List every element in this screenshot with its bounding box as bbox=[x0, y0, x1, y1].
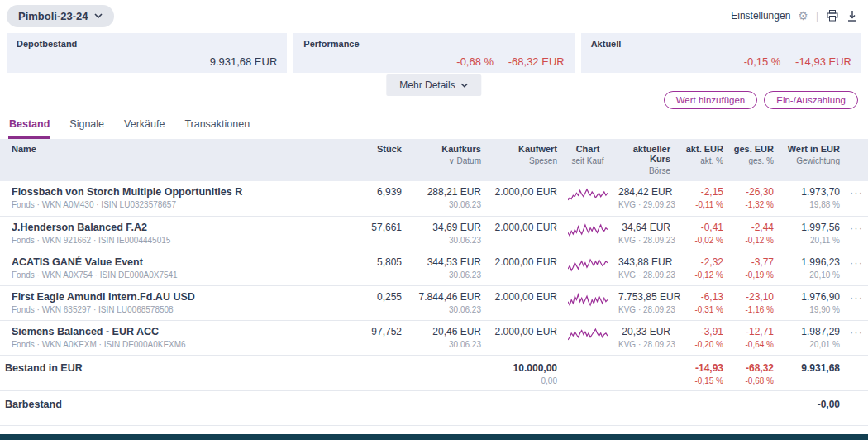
sparkline-chart[interactable] bbox=[568, 298, 608, 309]
top-bar: Pimboli-23-24 Einstellungen ⚙ | bbox=[0, 0, 868, 31]
print-icon[interactable] bbox=[826, 9, 839, 22]
col-header-kaufkurs[interactable]: Kaufkurs∨ Datum bbox=[407, 139, 486, 181]
total-akt-eur: -14,93 bbox=[695, 362, 723, 374]
ges-eur-value: -3,77 bbox=[733, 256, 774, 268]
positions-tbody: Flossbach von Storch Multiple Opportunit… bbox=[0, 181, 868, 355]
card-performance: Performance -0,68 % -68,32 EUR bbox=[293, 33, 574, 73]
stueck-value: 6,939 bbox=[352, 186, 402, 198]
kaufwert-value: 2.000,00 EUR bbox=[491, 291, 557, 303]
card-depotbestand: Depotbestand 9.931,68 EUR bbox=[7, 33, 287, 73]
row-menu-button[interactable]: ··· bbox=[850, 291, 863, 304]
row-menu-button[interactable]: ··· bbox=[850, 186, 863, 198]
position-name[interactable]: ACATIS GANÉ Value Event bbox=[12, 256, 342, 268]
aktuell-value: -14,93 EUR bbox=[795, 55, 851, 68]
performance-percent: -0,68 % bbox=[456, 55, 494, 68]
row-menu-button[interactable]: ··· bbox=[850, 256, 863, 269]
aktueller-kurs-value: 7.753,85 EUR bbox=[618, 291, 670, 303]
depot-selector-label: Pimboli-23-24 bbox=[18, 10, 88, 22]
kaufdatum: 30.06.23 bbox=[412, 305, 481, 314]
barbestand-label: Barbestand bbox=[0, 390, 347, 425]
ein-auszahlung-button[interactable]: Ein-/Auszahlung bbox=[764, 91, 858, 109]
stueck-value: 97,752 bbox=[352, 326, 402, 337]
akt-eur-value: -3,91 bbox=[680, 326, 723, 337]
row-menu-button[interactable]: ··· bbox=[850, 222, 863, 234]
bestand-total-row: Bestand in EUR 10.000,000,00 -14,93-0,15… bbox=[0, 355, 868, 390]
stueck-value: 0,255 bbox=[352, 291, 402, 303]
kaufdatum: 30.06.23 bbox=[412, 236, 481, 245]
mehr-details-button[interactable]: Mehr Details bbox=[386, 74, 481, 96]
kaufwert-value: 2.000,00 EUR bbox=[491, 256, 557, 268]
position-row: Siemens Balanced - EUR ACC Fonds · WKN A… bbox=[0, 320, 868, 355]
tab-transaktionen[interactable]: Transaktionen bbox=[184, 118, 250, 139]
col-header-menu bbox=[845, 139, 868, 181]
stueck-value: 57,661 bbox=[352, 222, 402, 233]
aktuell-percent: -0,15 % bbox=[744, 55, 781, 68]
kaufdatum: 30.06.23 bbox=[412, 200, 481, 209]
chevron-down-icon bbox=[461, 83, 469, 88]
controls-row: Mehr Details Wert hinzufügen Ein-/Auszah… bbox=[0, 73, 868, 111]
wert-value: 1.973,70 bbox=[784, 186, 840, 198]
wert-hinzufuegen-button[interactable]: Wert hinzufügen bbox=[664, 91, 758, 109]
sparkline-chart[interactable] bbox=[568, 228, 608, 240]
gear-icon[interactable]: ⚙ bbox=[798, 9, 808, 22]
ges-pct-value: -1,16 % bbox=[733, 305, 774, 314]
ges-eur-value: -2,44 bbox=[733, 222, 774, 233]
position-row: J.Henderson Balanced F.A2 Fonds · WKN 92… bbox=[0, 216, 868, 251]
position-details: Fonds · WKN A0M430 · ISIN LU0323578657 bbox=[12, 200, 342, 209]
kaufkurs-value: 34,69 EUR bbox=[412, 222, 481, 233]
mehr-details-label: Mehr Details bbox=[399, 79, 455, 91]
kaufkurs-value: 20,46 EUR bbox=[412, 326, 481, 337]
position-name[interactable]: Flossbach von Storch Multiple Opportunit… bbox=[12, 186, 342, 198]
col-header-wert: Wert in EURGewichtung bbox=[779, 139, 845, 181]
sparkline-chart[interactable] bbox=[568, 332, 608, 344]
akt-pct-value: -0,02 % bbox=[680, 236, 723, 245]
summary-cards: Depotbestand 9.931,68 EUR Performance -0… bbox=[0, 31, 868, 73]
performance-value: -68,32 EUR bbox=[508, 55, 565, 68]
position-name[interactable]: First Eagle Amundi Intern.Fd.AU USD bbox=[12, 291, 342, 303]
position-details: Fonds · WKN A0X754 · ISIN DE000A0X7541 bbox=[12, 270, 342, 280]
download-icon[interactable] bbox=[847, 10, 858, 22]
aktueller-kurs-value: 34,64 EUR bbox=[618, 222, 670, 233]
row-menu-button[interactable]: ··· bbox=[850, 326, 863, 338]
positions-table: Name Stück Kaufkurs∨ Datum KaufwertSpese… bbox=[0, 139, 868, 440]
ges-eur-value: -12,71 bbox=[733, 326, 774, 337]
col-header-akt-eur: akt. EURakt. % bbox=[675, 139, 728, 181]
wert-value: 1.996,23 bbox=[784, 256, 840, 268]
total-akt-pct: -0,15 % bbox=[680, 376, 723, 385]
gewichtung-value: 20,01 % bbox=[784, 340, 840, 349]
position-name[interactable]: Siemens Balanced - EUR ACC bbox=[12, 326, 342, 337]
wert-value: 1.987,29 bbox=[784, 326, 840, 337]
kaufdatum: 30.06.23 bbox=[412, 270, 481, 280]
stueck-value: 5,805 bbox=[352, 256, 402, 268]
ges-eur-value: -23,10 bbox=[733, 291, 774, 303]
ges-pct-value: -0,64 % bbox=[733, 340, 774, 349]
position-details: Fonds · WKN 635297 · ISIN LU0068578508 bbox=[12, 305, 342, 314]
gewichtung-value: 20,11 % bbox=[784, 236, 840, 245]
akt-pct-value: -0,20 % bbox=[680, 340, 723, 349]
boerse-info: KVG · 28.09.23 bbox=[618, 236, 670, 245]
position-details: Fonds · WKN 921662 · ISIN IE0004445015 bbox=[12, 236, 342, 245]
tab-signale[interactable]: Signale bbox=[69, 118, 105, 139]
sparkline-chart[interactable] bbox=[568, 263, 608, 275]
sparkline-chart[interactable] bbox=[568, 193, 608, 204]
position-row: Flossbach von Storch Multiple Opportunit… bbox=[0, 181, 868, 216]
aktueller-kurs-value: 284,42 EUR bbox=[618, 186, 670, 198]
bestand-label: Bestand in EUR bbox=[0, 355, 347, 390]
barbestand-wert: -0,00 bbox=[818, 399, 840, 410]
card-label: Performance bbox=[303, 39, 564, 49]
card-aktuell: Aktuell -0,15 % -14,93 EUR bbox=[581, 33, 861, 73]
tab-verkaeufe[interactable]: Verkäufe bbox=[123, 118, 165, 139]
boerse-info: KVG · 29.09.23 bbox=[618, 200, 670, 209]
total-ges-pct: -0,68 % bbox=[733, 376, 774, 385]
barbestand-row: Barbestand -0,00 bbox=[0, 390, 868, 425]
tab-bestand[interactable]: Bestand bbox=[8, 118, 50, 139]
settings-label[interactable]: Einstellungen bbox=[731, 10, 790, 22]
tab-bar: Bestand Signale Verkäufe Transaktionen bbox=[0, 111, 868, 139]
kaufkurs-value: 288,21 EUR bbox=[412, 186, 481, 198]
kaufdatum: 30.06.23 bbox=[412, 340, 481, 349]
akt-eur-value: -0,41 bbox=[680, 222, 723, 233]
depot-selector[interactable]: Pimboli-23-24 bbox=[7, 5, 114, 27]
position-name[interactable]: J.Henderson Balanced F.A2 bbox=[12, 222, 342, 233]
kaufkurs-value: 7.844,46 EUR bbox=[412, 291, 481, 303]
divider: | bbox=[816, 10, 818, 22]
